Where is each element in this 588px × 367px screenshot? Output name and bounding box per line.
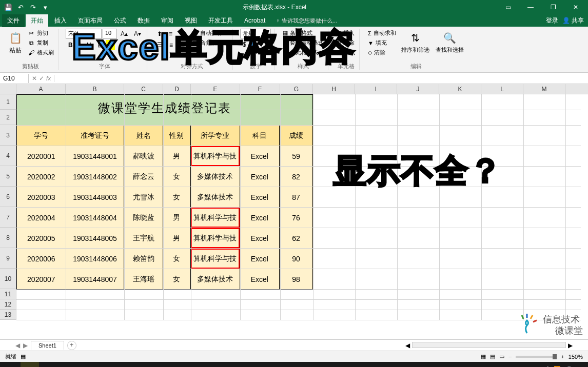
macro-icon[interactable]: ▦ [21,353,26,360]
sheet-nav-prev-icon[interactable]: ◀ [15,342,20,349]
table-cell[interactable]: 2020001 [17,146,66,167]
table-cell[interactable]: Excel [240,228,280,249]
table-cell[interactable]: 尤雪冰 [124,187,163,208]
table-cell[interactable]: 女 [163,269,191,290]
hscroll-bar[interactable] [412,342,566,348]
taskbar-app-icon[interactable]: ● [21,362,39,367]
fill-button[interactable]: ▼ 填充 [367,38,397,47]
table-cell[interactable]: 女 [163,187,191,208]
close-icon[interactable]: ✕ [567,2,584,12]
table-cell[interactable]: 62 [280,228,312,249]
formula-bar[interactable] [54,77,588,79]
table-cell[interactable]: Excel [240,269,280,290]
col-header[interactable]: E [191,84,240,94]
table-cell[interactable]: 19031448005 [66,228,125,249]
row-header[interactable]: 11 [0,289,16,299]
table-cell[interactable]: 多媒体技术 [191,167,240,187]
col-header[interactable]: H [313,84,355,94]
table-header-cell[interactable]: 学号 [17,126,66,146]
table-header-cell[interactable]: 所学专业 [191,126,240,146]
table-cell[interactable]: 多媒体技术 [191,187,240,208]
view-break-icon[interactable]: ▭ [499,353,504,360]
col-header[interactable]: D [163,84,191,94]
table-cell[interactable]: 19031448002 [66,167,125,187]
col-header[interactable]: F [240,84,280,94]
table-cell[interactable]: 19031448006 [66,249,125,269]
redo-icon[interactable]: ↷ [29,3,37,11]
format-painter-button[interactable]: 🖌格式刷 [27,48,55,57]
col-header[interactable]: A [16,84,66,94]
qat-dropdown-icon[interactable]: ▾ [41,3,49,11]
save-icon[interactable]: 💾 [4,3,12,11]
login-link[interactable]: 登录 [546,16,558,25]
table-cell[interactable]: 郝映波 [124,146,163,167]
table-cell[interactable]: 19031448004 [66,208,125,228]
table-header-cell[interactable]: 科目 [240,126,280,146]
table-header-cell[interactable]: 准考证号 [66,126,125,146]
tab-home[interactable]: 开始 [26,14,48,27]
col-header[interactable]: L [481,84,523,94]
table-cell[interactable]: 98 [280,269,312,290]
table-cell[interactable]: 薛念云 [124,167,163,187]
start-button[interactable]: ⊞ [2,362,21,367]
table-cell[interactable]: 2020005 [17,228,66,249]
ribbon-options-icon[interactable]: ▭ [500,2,516,12]
table-cell[interactable]: 59 [280,146,312,167]
cut-button[interactable]: ✂剪切 [27,29,55,37]
row-header[interactable]: 9 [0,248,16,269]
table-cell[interactable]: Excel [240,187,280,208]
sheet-tab[interactable]: Sheet1 [31,341,64,350]
table-cell[interactable]: 陈晓蓝 [124,208,163,228]
row-header[interactable]: 3 [0,125,16,146]
share-link[interactable]: 👤 共享 [562,16,584,25]
maximize-icon[interactable]: ❐ [545,2,561,12]
sort-filter-button[interactable]: ⇅ 排序和筛选 [399,29,432,56]
table-cell[interactable]: Excel [240,208,280,228]
fx-cancel-icon[interactable]: ✕ [32,75,37,82]
table-cell[interactable]: 2020004 [17,208,66,228]
col-header[interactable]: I [355,84,397,94]
table-cell[interactable]: 算机科学与技 [191,249,240,269]
table-cell[interactable]: Excel [240,249,280,269]
table-cell[interactable]: 2020002 [17,167,66,187]
zoom-level[interactable]: 150% [569,354,583,360]
hscroll-right-icon[interactable]: ▶ [568,342,573,349]
table-cell[interactable]: 男 [163,228,191,249]
table-cell[interactable]: 算机科学与技 [191,208,240,228]
row-header[interactable]: 13 [0,310,16,320]
row-header[interactable]: 6 [0,187,16,207]
hscroll-left-icon[interactable]: ◀ [405,342,410,349]
table-header-cell[interactable]: 姓名 [124,126,163,146]
table-cell[interactable]: 90 [280,249,312,269]
fx-icon[interactable]: fx [46,75,51,82]
undo-icon[interactable]: ↶ [16,3,25,11]
col-header[interactable]: M [523,84,565,94]
zoom-in-icon[interactable]: + [561,354,564,360]
table-cell[interactable]: 王海瑶 [124,269,163,290]
table-cell[interactable]: 82 [280,167,312,187]
col-header[interactable]: K [439,84,481,94]
table-cell[interactable]: 2020003 [17,187,66,208]
view-normal-icon[interactable]: ▦ [481,353,486,360]
table-cell[interactable]: 王宇航 [124,228,163,249]
table-cell[interactable]: 19031448001 [66,146,125,167]
row-header[interactable]: 10 [0,269,16,289]
copy-button[interactable]: ⧉复制 [27,38,55,47]
row-header[interactable]: 4 [0,146,16,166]
table-cell[interactable]: 男 [163,208,191,228]
table-header-cell[interactable]: 成绩 [280,126,312,146]
col-header[interactable]: J [397,84,439,94]
row-header[interactable]: 5 [0,166,16,187]
tab-file[interactable]: 文件 [2,14,25,27]
table-cell[interactable]: 多媒体技术 [191,269,240,290]
col-header[interactable]: C [124,84,163,94]
table-cell[interactable]: Excel [240,167,280,187]
table-cell[interactable]: 算机科学与技 [191,146,240,167]
clear-button[interactable]: ◇ 清除 [367,48,397,57]
fx-accept-icon[interactable]: ✓ [39,75,44,82]
table-cell[interactable]: 2020007 [17,269,66,290]
col-header[interactable]: B [66,84,124,94]
table-cell[interactable]: 2020006 [17,249,66,269]
table-cell[interactable]: 76 [280,208,312,228]
zoom-slider[interactable] [516,356,557,358]
